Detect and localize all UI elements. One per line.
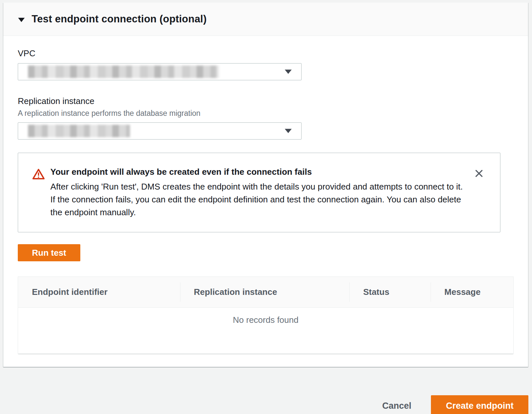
column-header-replication-instance: Replication instance [180, 277, 349, 307]
warning-body: After clicking 'Run test', DMS creates t… [50, 180, 468, 219]
column-header-status: Status [349, 277, 431, 307]
run-test-button[interactable]: Run test [18, 244, 80, 261]
table-body: No records found [18, 308, 513, 353]
vpc-label: VPC [18, 48, 514, 59]
create-endpoint-button[interactable]: Create endpoint [431, 395, 528, 414]
table-header-row: Endpoint identifier Replication instance… [18, 277, 513, 308]
cancel-button[interactable]: Cancel [372, 395, 421, 414]
replication-instance-select[interactable] [18, 122, 302, 140]
vpc-field: VPC [18, 48, 514, 80]
warning-banner: Your endpoint will always be created eve… [18, 153, 500, 232]
column-header-endpoint-identifier: Endpoint identifier [18, 277, 180, 307]
replication-instance-label: Replication instance [18, 96, 514, 106]
vpc-select[interactable] [18, 63, 302, 80]
page: Test endpoint connection (optional) VPC … [0, 3, 532, 414]
panel-header[interactable]: Test endpoint connection (optional) [3, 3, 528, 36]
chevron-down-icon [284, 69, 292, 74]
close-icon[interactable] [473, 168, 485, 179]
warning-text: Your endpoint will always be created eve… [50, 167, 468, 219]
replication-instance-field: Replication instance A replication insta… [18, 96, 514, 140]
replication-instance-description: A replication instance performs the data… [18, 109, 514, 118]
warning-triangle-icon [32, 168, 45, 181]
empty-state-message: No records found [18, 315, 513, 325]
chevron-down-icon [284, 129, 292, 134]
test-results-table: Endpoint identifier Replication instance… [18, 276, 514, 354]
footer-actions: Cancel Create endpoint [0, 367, 532, 414]
panel-body: VPC Replication instance A replication i… [3, 36, 528, 367]
vpc-redacted-value [28, 65, 219, 78]
replication-instance-redacted-value [28, 125, 130, 137]
collapse-triangle-icon[interactable] [18, 17, 25, 22]
column-header-message: Message [431, 277, 513, 307]
panel-title: Test endpoint connection (optional) [32, 13, 207, 25]
test-endpoint-panel: Test endpoint connection (optional) VPC … [3, 3, 528, 367]
warning-title: Your endpoint will always be created eve… [50, 167, 468, 177]
